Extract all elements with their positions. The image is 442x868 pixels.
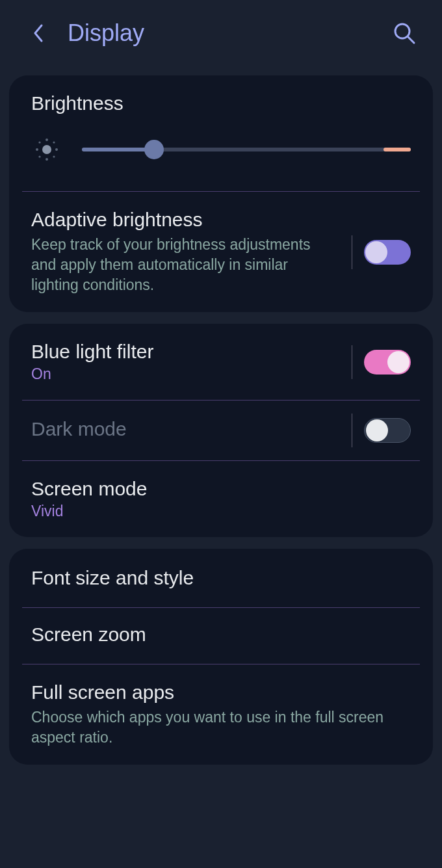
darkmode-text: Dark mode: [31, 418, 340, 443]
page-title: Display: [68, 20, 393, 47]
font-title: Font size and style: [31, 567, 411, 589]
bluelight-text: Blue light filter On: [31, 341, 340, 383]
vertical-divider: [352, 345, 352, 379]
slider-max-indicator: [384, 148, 411, 151]
section-font-size[interactable]: Font size and style: [9, 549, 433, 607]
section-screen-mode[interactable]: Screen mode Vivid: [9, 461, 433, 537]
card-brightness: Brightness: [9, 75, 433, 312]
adaptive-title: Adaptive brightness: [31, 209, 332, 231]
back-icon[interactable]: [32, 23, 44, 43]
toggle-knob: [387, 351, 410, 373]
adaptive-brightness-toggle[interactable]: [364, 240, 411, 265]
brightness-control: [31, 134, 411, 165]
blue-light-toggle[interactable]: [364, 350, 411, 375]
brightness-icon: [31, 134, 62, 165]
bluelight-title: Blue light filter: [31, 341, 332, 363]
section-dark-mode[interactable]: Dark mode: [9, 401, 433, 460]
slider-fill: [82, 148, 154, 151]
fullscreen-title: Full screen apps: [31, 681, 411, 704]
card-display-modes: Blue light filter On Dark mode Screen mo…: [9, 324, 433, 537]
darkmode-title: Dark mode: [31, 418, 332, 440]
svg-point-6: [55, 148, 58, 151]
svg-point-9: [38, 155, 40, 157]
fullscreen-desc: Choose which apps you want to use in the…: [31, 707, 395, 748]
section-brightness: Brightness: [9, 75, 433, 191]
svg-point-8: [53, 141, 55, 143]
toggle-knob: [365, 241, 387, 263]
vertical-divider: [352, 235, 352, 269]
brightness-slider[interactable]: [82, 140, 411, 159]
svg-point-3: [46, 138, 48, 141]
dark-mode-toggle[interactable]: [364, 418, 411, 443]
svg-point-2: [42, 145, 51, 154]
svg-line-1: [408, 37, 414, 43]
card-layout: Font size and style Screen zoom Full scr…: [9, 549, 433, 765]
svg-point-0: [395, 24, 410, 38]
slider-thumb[interactable]: [144, 140, 164, 159]
search-icon[interactable]: [393, 21, 416, 45]
header: Display: [0, 0, 442, 66]
toggle-knob: [366, 419, 388, 441]
adaptive-text: Adaptive brightness Keep track of your b…: [31, 209, 340, 295]
svg-point-7: [38, 141, 40, 143]
bluelight-status: On: [31, 365, 332, 383]
vertical-divider: [352, 414, 352, 447]
section-full-screen-apps[interactable]: Full screen apps Choose which apps you w…: [9, 664, 433, 765]
svg-point-10: [53, 155, 55, 157]
svg-point-4: [46, 158, 48, 161]
screenmode-status: Vivid: [31, 503, 411, 520]
section-screen-zoom[interactable]: Screen zoom: [9, 608, 433, 664]
brightness-label: Brightness: [31, 92, 411, 114]
svg-point-5: [36, 148, 38, 151]
section-adaptive-brightness[interactable]: Adaptive brightness Keep track of your b…: [9, 192, 433, 312]
screenmode-title: Screen mode: [31, 478, 411, 500]
adaptive-desc: Keep track of your brightness adjustment…: [31, 235, 332, 295]
section-blue-light[interactable]: Blue light filter On: [9, 324, 433, 400]
zoom-title: Screen zoom: [31, 624, 411, 646]
